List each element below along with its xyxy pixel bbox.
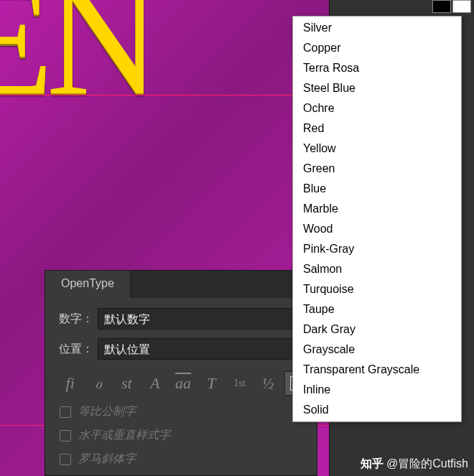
menu-item-yellow[interactable]: Yellow: [293, 139, 461, 159]
ligature-button[interactable]: fi: [58, 371, 82, 396]
menu-item-steel-blue[interactable]: Steel Blue: [293, 78, 461, 98]
menu-item-inline[interactable]: Inline: [293, 380, 461, 400]
checkbox-icon: [60, 430, 71, 442]
menu-item-copper[interactable]: Copper: [293, 38, 461, 58]
menu-item-dark-gray[interactable]: Dark Gray: [293, 319, 461, 340]
tab-opentype[interactable]: OpenType: [45, 271, 131, 298]
menu-item-pink-gray[interactable]: Pink-Gray: [293, 239, 461, 259]
material-dropdown-menu: Silver Copper Terra Rosa Steel Blue Ochr…: [292, 16, 462, 422]
alternates-button[interactable]: A: [143, 371, 167, 396]
checkbox-proportional[interactable]: 等比公制字: [54, 400, 308, 424]
titling-button[interactable]: T: [200, 371, 223, 396]
watermark: 知乎 @冒险的Cutfish: [361, 457, 468, 472]
checkbox-icon: [60, 454, 71, 465]
swash-button[interactable]: ℴ: [86, 371, 110, 396]
guide-line-top: [0, 95, 329, 95]
menu-item-wood[interactable]: Wood: [293, 219, 461, 239]
checkbox-label-proportional: 等比公制字: [78, 404, 136, 419]
checkbox-hv-style[interactable]: 水平或垂直样式字: [54, 424, 308, 447]
ordinals-button[interactable]: 1st: [228, 371, 251, 396]
menu-item-terra-rosa[interactable]: Terra Rosa: [293, 58, 461, 78]
menu-item-solid[interactable]: Solid: [293, 400, 461, 420]
menu-item-ochre[interactable]: Ochre: [293, 98, 461, 118]
stylistic-button[interactable]: st: [115, 371, 139, 396]
contextual-button[interactable]: aa: [171, 371, 195, 396]
swatch-row: [432, 0, 471, 13]
zhihu-logo: 知乎: [361, 457, 384, 472]
menu-item-taupe[interactable]: Taupe: [293, 299, 461, 319]
numerals-label: 数字：: [54, 312, 93, 327]
watermark-text: @冒险的Cutfish: [386, 457, 468, 472]
menu-item-red[interactable]: Red: [293, 118, 461, 139]
numerals-select[interactable]: 默认数字: [98, 308, 308, 330]
position-label: 位置：: [54, 342, 93, 357]
position-select[interactable]: 默认位置: [98, 338, 308, 360]
checkbox-roman-italics[interactable]: 罗马斜体字: [54, 447, 308, 471]
fractions-button[interactable]: ½: [256, 371, 279, 396]
menu-item-green[interactable]: Green: [293, 159, 461, 179]
menu-item-silver[interactable]: Silver: [293, 18, 461, 38]
tab-bar: OpenType: [45, 271, 317, 298]
contextual-label: aa: [175, 374, 191, 393]
swatch-white[interactable]: [452, 0, 471, 13]
menu-item-marble[interactable]: Marble: [293, 199, 461, 219]
checkbox-label-hv: 水平或垂直样式字: [78, 428, 170, 443]
checkbox-label-roman: 罗马斜体字: [78, 452, 136, 467]
menu-item-turquoise[interactable]: Turquoise: [293, 279, 461, 299]
swatch-black[interactable]: [432, 0, 451, 13]
opentype-panel: OpenType 数字： 默认数字 位置： 默认位置 fi ℴ st A aa …: [45, 270, 317, 476]
menu-item-grayscale[interactable]: Grayscale: [293, 340, 461, 360]
opentype-buttons: fi ℴ st A aa T 1st ½ a: [54, 368, 308, 400]
menu-item-transparent-grayscale[interactable]: Transparent Grayscale: [293, 360, 461, 380]
menu-item-blue[interactable]: Blue: [293, 179, 461, 199]
checkbox-icon: [60, 406, 71, 418]
canvas-3d-text: EN: [0, 0, 153, 131]
menu-item-salmon[interactable]: Salmon: [293, 259, 461, 279]
